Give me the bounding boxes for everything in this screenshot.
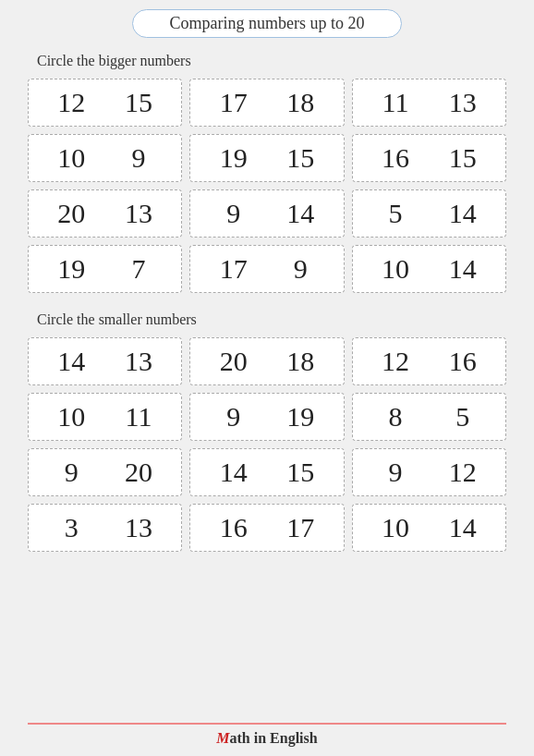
footer: Math in English <box>28 723 506 747</box>
number-right: 5 <box>443 401 482 433</box>
number-right: 14 <box>443 198 482 229</box>
number-right: 15 <box>119 87 158 118</box>
number-right: 19 <box>281 401 320 433</box>
number-right: 7 <box>119 253 158 285</box>
number-pair: 1216 <box>352 337 506 385</box>
number-left: 8 <box>376 401 415 433</box>
number-left: 16 <box>376 142 415 174</box>
number-pair: 1215 <box>28 79 182 127</box>
number-left: 5 <box>376 198 415 229</box>
number-pair: 179 <box>189 245 344 293</box>
smaller-grid: 1413201812161011919859201415912313161710… <box>28 337 506 552</box>
number-right: 11 <box>119 401 158 433</box>
number-right: 14 <box>281 198 320 229</box>
number-left: 11 <box>376 87 415 118</box>
section1-label: Circle the bigger numbers <box>37 53 191 69</box>
number-pair: 1011 <box>28 393 182 441</box>
number-left: 9 <box>214 401 253 433</box>
number-left: 19 <box>214 142 253 174</box>
number-pair: 912 <box>352 448 506 496</box>
number-left: 20 <box>214 346 253 377</box>
number-right: 13 <box>119 198 158 229</box>
number-pair: 85 <box>352 393 506 441</box>
number-left: 12 <box>376 346 415 377</box>
page-title: Comparing numbers up to 20 <box>132 9 403 38</box>
number-left: 9 <box>52 457 91 488</box>
number-left: 9 <box>214 198 253 229</box>
number-right: 15 <box>281 142 320 174</box>
number-pair: 2013 <box>28 189 182 238</box>
number-pair: 514 <box>352 189 506 238</box>
number-left: 10 <box>52 142 91 174</box>
number-right: 15 <box>443 142 482 174</box>
number-pair: 920 <box>28 448 182 496</box>
number-left: 16 <box>214 512 253 543</box>
number-left: 10 <box>52 401 91 433</box>
number-right: 18 <box>281 87 320 118</box>
number-pair: 197 <box>28 245 182 293</box>
number-pair: 914 <box>189 189 344 238</box>
number-left: 17 <box>214 87 253 118</box>
number-right: 9 <box>119 142 158 174</box>
number-pair: 1113 <box>352 79 506 127</box>
bigger-grid: 1215171811131091915161520139145141971791… <box>28 79 506 293</box>
number-right: 18 <box>281 346 320 377</box>
number-pair: 1718 <box>189 79 344 127</box>
number-right: 16 <box>443 346 482 377</box>
number-left: 17 <box>214 253 253 285</box>
number-pair: 1014 <box>352 245 506 293</box>
number-right: 20 <box>119 457 158 488</box>
number-left: 9 <box>376 457 415 488</box>
footer-rest: ath in English <box>230 730 318 746</box>
number-left: 14 <box>214 457 253 488</box>
number-right: 17 <box>281 512 320 543</box>
footer-m: M <box>216 730 229 746</box>
number-pair: 919 <box>189 393 344 441</box>
number-pair: 1617 <box>189 504 344 552</box>
number-right: 13 <box>443 87 482 118</box>
number-pair: 2018 <box>189 337 344 385</box>
number-left: 19 <box>52 253 91 285</box>
number-right: 14 <box>443 253 482 285</box>
number-pair: 313 <box>28 504 182 552</box>
number-right: 12 <box>443 457 482 488</box>
section2-label: Circle the smaller numbers <box>37 311 197 328</box>
number-right: 13 <box>119 346 158 377</box>
number-left: 14 <box>52 346 91 377</box>
number-pair: 1415 <box>189 448 344 496</box>
number-pair: 1915 <box>189 134 344 182</box>
number-right: 14 <box>443 512 482 543</box>
number-left: 3 <box>52 512 91 543</box>
number-pair: 109 <box>28 134 182 182</box>
number-right: 13 <box>119 512 158 543</box>
number-left: 10 <box>376 512 415 543</box>
number-left: 20 <box>52 198 91 229</box>
number-pair: 1413 <box>28 337 182 385</box>
number-pair: 1014 <box>352 504 506 552</box>
number-pair: 1615 <box>352 134 506 182</box>
number-left: 12 <box>52 87 91 118</box>
number-right: 15 <box>281 457 320 488</box>
number-right: 9 <box>281 253 320 285</box>
number-left: 10 <box>376 253 415 285</box>
